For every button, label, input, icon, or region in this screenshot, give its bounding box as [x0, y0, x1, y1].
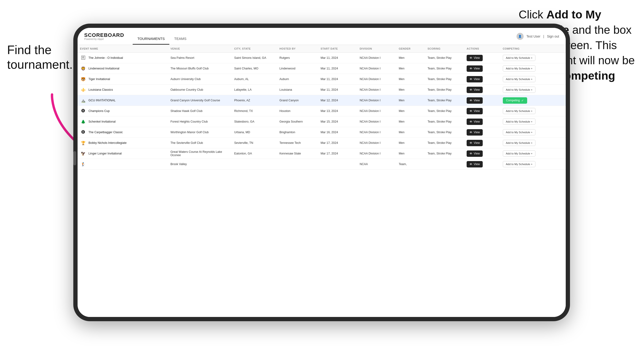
view-button[interactable]: 👁 View — [466, 97, 483, 104]
view-button[interactable]: 👁 View — [466, 119, 483, 125]
table-header-row: EVENT NAME VENUE CITY, STATE HOSTED BY S… — [78, 45, 566, 53]
eye-icon: 👁 — [470, 99, 472, 102]
date-cell: Mar 17, 2024 — [318, 138, 357, 148]
table-row: 🐯 Tiger Invitational Auburn University C… — [78, 74, 566, 85]
view-button[interactable]: 👁 View — [466, 65, 483, 72]
team-logo: 🏌️ — [80, 161, 86, 168]
col-header-event: EVENT NAME — [78, 45, 168, 53]
venue-cell: Oakbourne Country Club — [168, 85, 232, 95]
add-schedule-button[interactable]: Add to My Schedule + — [503, 76, 536, 82]
scoring-cell: Team, Stroke Play — [425, 116, 464, 127]
add-schedule-button[interactable]: Add to My Schedule + — [503, 55, 536, 61]
team-logo: 🅑 — [80, 129, 86, 136]
event-name: Linger Longer Invitational — [88, 152, 122, 155]
event-name-cell: 🌲 Schenkel Invitational — [80, 118, 166, 125]
table-row: 🅁 The Johnnie - O Individual Sea Palms R… — [78, 53, 566, 63]
nav-tab-tournaments[interactable]: TOURNAMENTS — [133, 28, 170, 45]
add-schedule-button[interactable]: Add to My Schedule + — [503, 65, 536, 72]
actions-cell: 👁 View — [464, 138, 500, 148]
table-body: 🅁 The Johnnie - O Individual Sea Palms R… — [78, 53, 566, 170]
add-schedule-button[interactable]: Add to My Schedule + — [503, 129, 536, 135]
gender-cell: Men — [396, 138, 425, 148]
nav-tabs: TOURNAMENTS TEAMS — [133, 28, 191, 45]
gender-cell: Men — [396, 63, 425, 74]
team-logo: ⚜️ — [80, 86, 86, 93]
competing-cell: Add to My Schedule + — [500, 63, 566, 74]
gender-cell: Men — [396, 53, 425, 63]
actions-cell: 👁 View — [464, 95, 500, 106]
sign-out-link[interactable]: Sign out — [547, 34, 559, 38]
view-button[interactable]: 👁 View — [466, 87, 483, 93]
hosted-cell: Binghamton — [277, 127, 318, 138]
nav-tab-teams[interactable]: TEAMS — [169, 28, 191, 45]
city-cell: Sevierville, TN — [232, 138, 277, 148]
nav-separator: | — [543, 34, 544, 38]
city-cell: Eatonton, GA — [232, 148, 277, 159]
competing-cell: Add to My Schedule + — [500, 53, 566, 63]
event-name: Bobby Nichols Intercollegiate — [88, 141, 126, 145]
event-name: Champions Cup — [88, 109, 110, 113]
scoring-cell: Team, Stroke Play — [425, 74, 464, 85]
team-logo: 🐯 — [80, 76, 86, 82]
actions-cell: 👁 View — [464, 148, 500, 159]
view-button[interactable]: 👁 View — [466, 55, 483, 61]
gender-cell: Men — [396, 127, 425, 138]
city-cell: Urbana, MD — [232, 127, 277, 138]
view-button[interactable]: 👁 View — [466, 108, 483, 114]
division-cell: NCAA Division I — [357, 116, 396, 127]
actions-cell: 👁 View — [464, 63, 500, 74]
scoring-cell: Team, Stroke Play — [425, 95, 464, 106]
add-schedule-button[interactable]: Add to My Schedule + — [503, 87, 536, 93]
col-header-venue: VENUE — [168, 45, 232, 53]
add-schedule-button[interactable]: Add to My Schedule + — [503, 108, 536, 114]
team-logo: 🌲 — [80, 118, 86, 125]
eye-icon: 👁 — [470, 77, 472, 81]
event-name: Louisiana Classics — [88, 88, 113, 91]
add-schedule-label: Add to My Schedule + — [506, 78, 532, 81]
add-schedule-label: Add to My Schedule + — [506, 142, 532, 144]
col-header-competing: COMPETING — [500, 45, 566, 53]
view-button[interactable]: 👁 View — [466, 76, 483, 82]
gender-cell: Men — [396, 148, 425, 159]
actions-cell: 👁 View — [464, 106, 500, 116]
event-name: The Johnnie - O Individual — [88, 56, 123, 59]
hosted-cell — [277, 159, 318, 170]
city-cell: Saint Charles, MO — [232, 63, 277, 74]
city-cell: Statesboro, GA — [232, 116, 277, 127]
check-icon: ✓ — [521, 99, 524, 102]
date-cell: Mar 17, 2024 — [318, 148, 357, 159]
table-row: 🏌️ Brook ValleyNCAATeam, 👁 View Add to M… — [78, 159, 566, 170]
scroll-indicator[interactable] — [73, 151, 76, 165]
event-name-cell: 🐯 Tiger Invitational — [80, 76, 166, 82]
event-name-cell: 🅑 The Carpetbagger Classic — [80, 129, 166, 136]
table-row: ⛰️ GCU INVITATIONAL Grand Canyon Univers… — [78, 95, 566, 106]
logo-text: SCOREBOARD — [84, 32, 124, 38]
view-button[interactable]: 👁 View — [466, 151, 483, 157]
view-button[interactable]: 👁 View — [466, 129, 483, 136]
date-cell — [318, 159, 357, 170]
view-button[interactable]: 👁 View — [466, 140, 483, 146]
add-schedule-button[interactable]: Add to My Schedule + — [503, 161, 536, 167]
add-schedule-button[interactable]: Add to My Schedule + — [503, 140, 536, 146]
competing-cell: Competing ✓ — [500, 95, 566, 106]
add-schedule-button[interactable]: Add to My Schedule + — [503, 119, 536, 125]
competing-cell: Add to My Schedule + — [500, 116, 566, 127]
city-cell: Auburn, AL — [232, 74, 277, 85]
venue-cell: The Sevierville Golf Club — [168, 138, 232, 148]
table-row: 🏆 Bobby Nichols Intercollegiate The Sevi… — [78, 138, 566, 148]
city-cell — [232, 159, 277, 170]
hosted-cell: Louisiana — [277, 85, 318, 95]
venue-cell: Sea Palms Resort — [168, 53, 232, 63]
table-container: EVENT NAME VENUE CITY, STATE HOSTED BY S… — [78, 45, 566, 317]
actions-cell: 👁 View — [464, 85, 500, 95]
competing-button[interactable]: Competing ✓ — [503, 97, 527, 104]
venue-cell: Great Waters Course At Reynolds Lake Oco… — [168, 148, 232, 159]
gender-cell: Team, — [396, 159, 425, 170]
add-schedule-label: Add to My Schedule + — [506, 163, 532, 166]
add-schedule-label: Add to My Schedule + — [506, 56, 532, 59]
col-header-actions: ACTIONS — [464, 45, 500, 53]
date-cell: Mar 11, 2024 — [318, 85, 357, 95]
add-schedule-button[interactable]: Add to My Schedule + — [503, 151, 536, 157]
view-button[interactable]: 👁 View — [466, 161, 483, 168]
scoring-cell: Team, Stroke Play — [425, 53, 464, 63]
